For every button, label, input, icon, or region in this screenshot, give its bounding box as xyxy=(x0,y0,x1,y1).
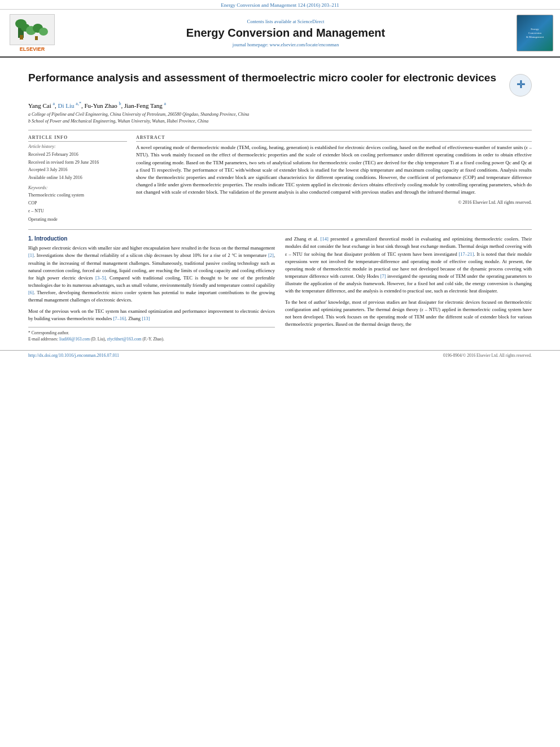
ref-1[interactable]: [1] xyxy=(28,252,34,258)
ref-7[interactable]: [7] xyxy=(380,273,386,279)
ref-14[interactable]: [14] xyxy=(321,236,329,242)
affiliation-a: a College of Pipeline and Civil Engineer… xyxy=(28,111,532,119)
article-info-label: Article Info xyxy=(28,135,127,142)
sciencedirect-link[interactable]: ScienceDirect xyxy=(298,19,325,24)
body-divider xyxy=(28,229,532,230)
right-para2: To the best of author' knowledge, most o… xyxy=(285,299,532,329)
ref-3-5[interactable]: [3–5] xyxy=(95,275,106,281)
keyword-2: COP xyxy=(28,199,127,207)
contents-link: Contents lists available at ScienceDirec… xyxy=(58,19,514,24)
elsevier-name-text: ELSEVIER xyxy=(20,46,45,52)
body-right-col: and Zhang et al. [14] presented a genera… xyxy=(285,235,532,342)
ref-7-16[interactable]: [7–16] xyxy=(113,316,126,321)
accepted-date: Accepted 3 July 2016 xyxy=(28,166,127,174)
abstract-text: A novel operating mode of thermoelectric… xyxy=(136,144,532,196)
crossmark-badge[interactable]: ✛ xyxy=(509,74,532,97)
intro-para2: Most of the previous work on the TEC sys… xyxy=(28,308,275,322)
elsevier-tree-svg xyxy=(15,19,49,41)
paper-title-area: Performance analysis and assessment of t… xyxy=(28,71,532,97)
history-label: Article history: xyxy=(28,144,127,149)
journal-homepage: journal homepage: www.elsevier.com/locat… xyxy=(58,42,514,47)
ref-13[interactable]: [13] xyxy=(142,316,150,321)
body-left-col: 1. Introduction High power electronic de… xyxy=(28,235,275,342)
available-online-date: Available online 14 July 2016 xyxy=(28,174,127,182)
author-di-liu-sup: a,*, xyxy=(76,102,84,109)
body-content: 1. Introduction High power electronic de… xyxy=(28,235,532,342)
article-info-col: Article Info Article history: Received 2… xyxy=(28,135,127,224)
author-fuyun-zhao: Fu-Yun Zhao b, Jian-Feng Tang a xyxy=(84,102,166,109)
abstract-col: Abstract A novel operating mode of therm… xyxy=(136,135,532,224)
received-revised-date: Received in revised form 29 June 2016 xyxy=(28,159,127,167)
journal-cover-image: EnergyConversion& Management xyxy=(517,15,553,51)
doi-link[interactable]: http://dx.doi.org/10.1016/j.enconman.201… xyxy=(28,353,119,358)
svg-point-5 xyxy=(39,28,48,36)
email-di-liu-suffix: (D. Liu), xyxy=(91,337,107,342)
author-di-liu[interactable]: Di Liu xyxy=(58,102,75,109)
right-para1: and Zhang et al. [14] presented a genera… xyxy=(285,235,532,295)
keywords-label: Keywords: xyxy=(28,185,127,190)
email-fuyun-suffix: (F.-Y. Zhao). xyxy=(143,337,164,342)
email-di-liu[interactable]: liudi66@163.com xyxy=(59,337,90,342)
footnote-area: * Corresponding author. E-mail addresses… xyxy=(28,327,275,343)
journal-header: ELSEVIER Contents lists available at Sci… xyxy=(0,10,560,58)
top-bar: Energy Conversion and Management 124 (20… xyxy=(0,0,560,10)
journal-title: Energy Conversion and Management xyxy=(58,27,514,40)
keyword-1: Thermoelectric cooling system xyxy=(28,191,127,199)
svg-rect-7 xyxy=(35,36,38,40)
crossmark-icon: ✛ xyxy=(517,78,525,91)
authors: Yang Cai a, Di Liu a,*, Fu-Yun Zhao b, J… xyxy=(28,101,532,109)
ref-6[interactable]: [6] xyxy=(28,290,34,295)
intro-heading: 1. Introduction xyxy=(28,235,275,242)
right-logo-area: EnergyConversion& Management xyxy=(514,15,553,51)
affiliation-b: b School of Power and Mechanical Enginee… xyxy=(28,118,532,125)
elsevier-image xyxy=(10,14,55,45)
journal-ref: Energy Conversion and Management 124 (20… xyxy=(221,2,339,8)
ref-2[interactable]: [2] xyxy=(268,252,274,258)
received-date: Received 25 February 2016 xyxy=(28,151,127,159)
keyword-4: Operating mode xyxy=(28,216,127,224)
cover-text: EnergyConversion& Management xyxy=(524,25,546,41)
affiliations: a College of Pipeline and Civil Engineer… xyxy=(28,111,532,126)
elsevier-logo: ELSEVIER xyxy=(7,14,58,52)
bottom-bar: http://dx.doi.org/10.1016/j.enconman.201… xyxy=(0,350,560,360)
footnote-email: E-mail addresses: liudi66@163.com (D. Li… xyxy=(28,336,275,342)
ref-17-21[interactable]: [17–21] xyxy=(459,251,474,257)
header-divider xyxy=(28,130,532,130)
elsevier-logo-area: ELSEVIER xyxy=(7,14,58,52)
footnote-corresponding: * Corresponding author. xyxy=(28,330,275,336)
info-abstract-area: Article Info Article history: Received 2… xyxy=(28,135,532,224)
email-label: E-mail addresses: xyxy=(28,337,59,342)
abstract-label: Abstract xyxy=(136,135,532,142)
author-yang-cai: Yang Cai a, xyxy=(28,102,58,109)
main-content: Performance analysis and assessment of t… xyxy=(0,58,560,348)
keyword-3: ε – NTU xyxy=(28,207,127,215)
journal-center: Contents lists available at ScienceDirec… xyxy=(58,19,514,47)
issn-copyright: 0196-8904/© 2016 Elsevier Ltd. All right… xyxy=(443,353,532,358)
homepage-url[interactable]: www.elsevier.com/locate/enconman xyxy=(269,42,339,47)
paper-title: Performance analysis and assessment of t… xyxy=(28,71,509,85)
intro-para1: High power electronic devices with small… xyxy=(28,244,275,304)
email-fuyun[interactable]: zfycfdnet@163.com xyxy=(107,337,141,342)
svg-rect-6 xyxy=(20,35,23,40)
copyright-text: © 2016 Elsevier Ltd. All rights reserved… xyxy=(136,200,532,205)
